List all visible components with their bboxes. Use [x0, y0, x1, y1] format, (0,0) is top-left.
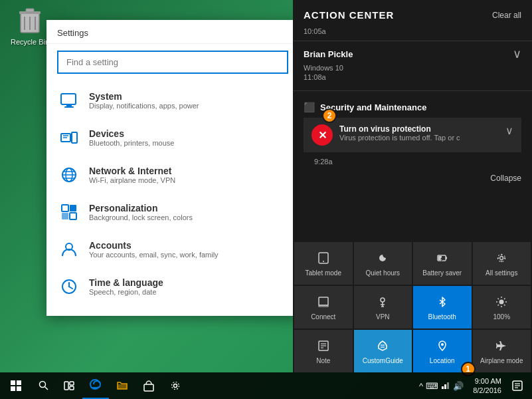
qa-note[interactable]: Note: [294, 330, 353, 372]
qa-bluetooth[interactable]: Bluetooth: [413, 286, 472, 329]
settings-item-system[interactable]: System Display, notifications, apps, pow…: [46, 82, 299, 119]
settings-search-input[interactable]: [57, 51, 288, 74]
action-center-panel: ACTION CENTER Clear all 10:05a Brian Pic…: [293, 0, 532, 372]
system-subtitle: Display, notifications, apps, power: [89, 102, 199, 110]
svg-rect-30: [438, 256, 442, 260]
ac-virus-notification: ✕ Turn on virus protection Virus protect…: [304, 118, 521, 152]
location-icon: [436, 340, 448, 354]
svg-rect-33: [319, 297, 328, 305]
svg-line-25: [69, 287, 72, 289]
svg-point-66: [174, 384, 177, 388]
airplane-mode-icon: [495, 340, 507, 354]
taskview-button[interactable]: [56, 372, 82, 399]
svg-rect-19: [70, 205, 76, 211]
ac-section-header: ⬛ Security and Maintenance: [304, 102, 521, 112]
action-center-title: ACTION CENTER: [304, 9, 394, 21]
qa-airplane-mode[interactable]: Airplane mode: [473, 330, 531, 372]
svg-point-67: [172, 382, 179, 390]
qa-battery-saver[interactable]: Battery saver: [413, 242, 472, 285]
settings-item-network[interactable]: Network & Internet Wi-Fi, airplane mode,…: [46, 156, 299, 194]
settings-item-time[interactable]: Time & language Speech, region, date: [46, 268, 299, 305]
clear-all-button[interactable]: Clear all: [492, 11, 521, 20]
notification-center-button[interactable]: [505, 372, 529, 399]
svg-rect-20: [62, 213, 68, 219]
settings-item-accounts[interactable]: Accounts Your accounts, email, sync, wor…: [46, 231, 299, 268]
svg-rect-63: [70, 386, 74, 390]
taskbar: ^ ⌨ 🔊 9:00 AM 8/2/2016: [0, 372, 532, 399]
devices-title: Devices: [89, 128, 174, 139]
qa-all-settings[interactable]: All settings: [473, 242, 531, 285]
svg-rect-6: [61, 94, 76, 104]
battery-saver-icon: [436, 252, 448, 267]
system-icon: [57, 88, 81, 112]
qa-tablet-mode[interactable]: Tablet mode: [294, 242, 353, 285]
svg-rect-70: [447, 382, 449, 389]
qa-quiet-hours[interactable]: Quiet hours: [354, 242, 412, 285]
personalization-subtitle: Background, lock screen, colors: [89, 213, 193, 221]
ac-time1: 10:05a: [293, 26, 532, 41]
ac-divider: [293, 90, 532, 91]
keyboard-icon[interactable]: ⌨: [426, 381, 438, 391]
qa-connect-label: Connect: [311, 313, 335, 321]
edge-button[interactable]: [82, 372, 109, 399]
svg-point-54: [441, 343, 444, 346]
qa-vpn[interactable]: VPN: [354, 286, 412, 329]
taskbar-clock[interactable]: 9:00 AM 8/2/2016: [469, 376, 505, 396]
ac-notif-expand-icon[interactable]: ∨: [505, 124, 513, 137]
svg-rect-21: [70, 213, 76, 219]
action-center-header: ACTION CENTER Clear all: [293, 0, 532, 26]
start-button[interactable]: [0, 372, 32, 399]
svg-rect-65: [144, 384, 153, 391]
network-title: Network & Internet: [89, 166, 175, 176]
system-title: System: [89, 91, 199, 102]
time-title: Time & language: [89, 277, 163, 288]
personalization-icon: [57, 200, 81, 224]
svg-rect-29: [446, 257, 447, 259]
devices-icon: [57, 126, 81, 150]
ac-section-title: Security and Maintenance: [320, 102, 426, 112]
settings-item-personalization[interactable]: Personalization Background, lock screen,…: [46, 194, 299, 231]
ac-user-expand-icon[interactable]: ∨: [513, 47, 521, 61]
settings-item-devices[interactable]: Devices Bluetooth, printers, mouse: [46, 119, 299, 156]
badge-2: 2: [322, 108, 337, 123]
settings-button[interactable]: [162, 372, 189, 399]
volume-tray-icon[interactable]: 🔊: [453, 381, 464, 391]
ac-notif-body: Turn on virus protection Virus protectio…: [339, 124, 499, 142]
quick-actions-grid: Tablet mode Quiet hours Battery saver Al…: [293, 242, 532, 372]
bluetooth-icon: [436, 296, 448, 311]
all-settings-icon: [495, 252, 507, 267]
svg-point-39: [499, 299, 504, 304]
svg-rect-69: [444, 384, 446, 389]
clock-time: 9:00 AM: [473, 376, 501, 386]
svg-rect-58: [17, 386, 21, 391]
qa-brightness[interactable]: 100%: [473, 286, 531, 329]
network-icon: [57, 163, 81, 187]
qa-customguide[interactable]: CustomGuide: [354, 330, 412, 372]
ac-notif-title: Turn on virus protection: [339, 124, 499, 134]
file-explorer-button[interactable]: [109, 372, 135, 399]
tray-up-arrow[interactable]: ^: [419, 381, 423, 391]
network-subtitle: Wi-Fi, airplane mode, VPN: [89, 176, 175, 184]
qa-connect[interactable]: Connect: [294, 286, 353, 329]
clock-date: 8/2/2016: [473, 386, 501, 395]
qa-battery-saver-label: Battery saver: [422, 269, 462, 277]
accounts-subtitle: Your accounts, email, sync, work, family: [89, 251, 219, 259]
qa-location[interactable]: Location 1: [413, 330, 472, 372]
ac-time2: 11:08a: [304, 72, 521, 81]
svg-point-32: [498, 254, 505, 261]
qa-vpn-label: VPN: [376, 313, 390, 321]
ac-notif-body-text: Virus protection is turned off. Tap or c: [339, 134, 499, 142]
vpn-icon: [377, 296, 389, 311]
connect-icon: [317, 296, 329, 311]
svg-rect-62: [70, 382, 74, 385]
brightness-icon: [495, 296, 507, 311]
store-button[interactable]: [135, 372, 162, 399]
ac-user-app: Windows 10: [304, 64, 521, 72]
search-button[interactable]: [32, 372, 56, 399]
settings-list: System Display, notifications, apps, pow…: [46, 82, 299, 316]
network-tray-icon[interactable]: [441, 380, 450, 392]
recycle-bin-icon: [14, 3, 46, 35]
svg-rect-7: [66, 104, 72, 106]
collapse-button[interactable]: Collapse: [293, 171, 532, 188]
ac-security-section: ⬛ Security and Maintenance ✕ Turn on vir…: [293, 95, 532, 171]
